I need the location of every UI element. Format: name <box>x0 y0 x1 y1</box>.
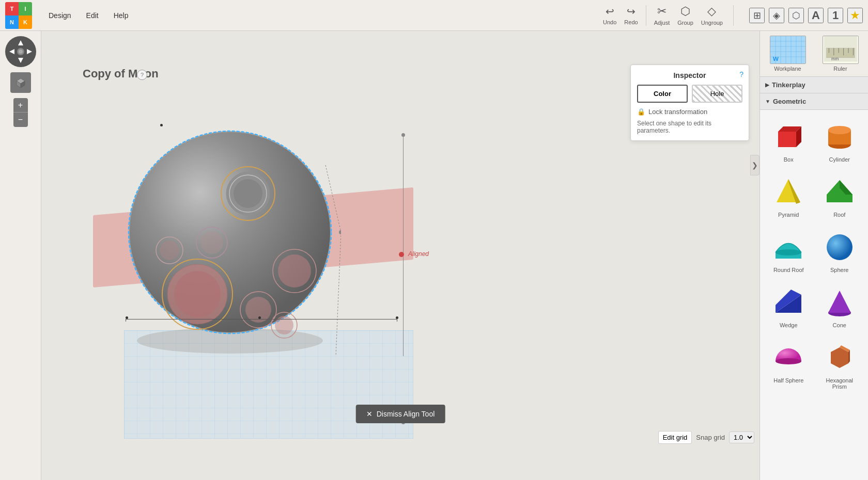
redo-button[interactable]: ↪ Redo <box>624 5 638 25</box>
help-button[interactable]: ? <box>137 70 147 80</box>
svg-marker-77 <box>828 291 851 313</box>
logo-cell-k: K <box>19 15 32 29</box>
nav-help[interactable]: Help <box>107 8 135 23</box>
shape-sphere[interactable]: Sphere <box>816 226 863 277</box>
shape-round-roof[interactable]: Round Roof <box>765 226 812 277</box>
logo[interactable]: T I N K <box>5 2 32 29</box>
cylinder-label: Cylinder <box>829 156 850 163</box>
svg-line-36 <box>336 232 341 356</box>
adjust-label: Adjust <box>654 20 670 26</box>
nav-edit[interactable]: Edit <box>80 8 105 23</box>
box-label: Box <box>784 156 794 163</box>
logo-cell-i: I <box>19 2 32 15</box>
align-label: Aligned <box>408 250 429 258</box>
shape-box[interactable]: Box <box>765 115 812 166</box>
canvas-area[interactable]: Copy of Moon ? <box>41 31 760 480</box>
hole-button[interactable]: Hole <box>692 85 742 103</box>
shape-roof[interactable]: Roof <box>816 170 863 221</box>
shape-hex-prism[interactable]: Hexagonal Prism <box>816 336 863 393</box>
round-roof-label: Round Roof <box>773 267 804 273</box>
grid-icon-btn[interactable]: ⊞ <box>749 8 765 23</box>
dismiss-x-icon: ✕ <box>366 410 373 418</box>
workplane-icon: w <box>770 36 806 64</box>
inspector-panel: ? Inspector Color Hole 🔒 Lock transforma… <box>630 65 749 141</box>
edit-grid-button[interactable]: Edit grid <box>658 431 692 444</box>
ruler-item[interactable]: mm Ruler <box>815 34 865 74</box>
ruler-label: Ruler <box>833 66 847 72</box>
undo-label: Undo <box>603 19 616 25</box>
bbox-handle-m[interactable] <box>258 316 261 319</box>
ungroup-label: Ungroup <box>701 20 723 26</box>
shape-wedge[interactable]: Wedge <box>765 281 812 332</box>
svg-point-78 <box>776 358 801 364</box>
tinkerplay-section[interactable]: ▶ Tinkerplay <box>760 77 868 93</box>
nav-design[interactable]: Design <box>42 8 78 23</box>
number-1-btn[interactable]: 1 <box>828 8 843 23</box>
color-button[interactable]: Color <box>637 85 688 103</box>
dismiss-label: Dismiss Align Tool <box>377 410 435 418</box>
svg-point-15 <box>129 132 331 333</box>
sphere-label: Sphere <box>830 267 848 273</box>
moon-object[interactable] <box>119 119 341 356</box>
svg-rect-59 <box>778 132 796 147</box>
lock-label: Lock transformation <box>648 108 707 116</box>
shape-pyramid[interactable]: Pyramid <box>765 170 812 221</box>
bbox-handle-top[interactable] <box>160 124 163 126</box>
shape-half-sphere[interactable]: Half Sphere <box>765 336 812 393</box>
redo-label: Redo <box>624 19 638 25</box>
nav-control[interactable] <box>5 36 36 67</box>
group-button[interactable]: ⬡ Group <box>677 5 693 26</box>
adjust-button[interactable]: ✂ Adjust <box>654 5 670 26</box>
letter-a-btn[interactable]: A <box>808 8 824 23</box>
zoom-in-button[interactable]: + <box>13 98 28 113</box>
geometric-section[interactable]: ▼ Geometric <box>760 93 868 110</box>
box3d-icon-btn[interactable]: ⬡ <box>788 8 804 23</box>
svg-rect-69 <box>827 195 853 202</box>
bbox-corner-r <box>397 319 397 322</box>
inspector-title: Inspector <box>637 71 742 79</box>
logo-cell-n: N <box>5 15 19 29</box>
ungroup-button[interactable]: ◇ Ungroup <box>701 5 723 26</box>
collapse-sidebar-button[interactable]: ❯ <box>750 155 760 175</box>
svg-point-31 <box>200 231 223 254</box>
axis-vertical <box>403 134 404 356</box>
snap-label: Snap grid <box>696 434 725 441</box>
pyramid-label: Pyramid <box>778 212 799 218</box>
svg-point-20 <box>234 179 262 208</box>
inspector-help[interactable]: ? <box>739 70 743 78</box>
shape-cylinder[interactable]: Cylinder <box>816 115 863 166</box>
lock-row: 🔒 Lock transformation <box>637 108 742 116</box>
left-panel: + − <box>0 31 41 480</box>
workplane-item[interactable]: w Workplane <box>763 34 813 74</box>
svg-point-23 <box>174 271 221 317</box>
panel-top-row: w Workplane <box>760 31 868 77</box>
hex-prism-label: Hexagonal Prism <box>820 377 860 390</box>
svg-point-37 <box>339 230 341 234</box>
axis-top-dot <box>401 133 405 137</box>
bbox-corner-l <box>126 319 126 322</box>
inspector-hint: Select one shape to edit its parameters. <box>637 120 742 134</box>
svg-rect-51 <box>826 48 855 58</box>
main-layout: + − Copy of Moon ? <box>0 31 868 480</box>
view-cube[interactable] <box>10 72 31 93</box>
svg-point-72 <box>827 234 853 260</box>
bbox-handle-r[interactable] <box>396 316 398 319</box>
bbox-handle-l[interactable] <box>126 316 128 319</box>
toolbar-right: ↩ Undo ↪ Redo ✂ Adjust ⬡ Group ◇ Ungroup… <box>603 5 863 26</box>
geometric-chevron: ▼ <box>765 99 770 104</box>
tinkerplay-chevron: ▶ <box>765 82 769 88</box>
dismiss-align-button[interactable]: ✕ Dismiss Align Tool <box>356 405 445 423</box>
star-btn[interactable]: ★ <box>847 8 863 23</box>
zoom-out-button[interactable]: − <box>13 113 28 127</box>
bbox-bottom <box>126 319 397 319</box>
svg-point-64 <box>828 126 851 134</box>
svg-point-6 <box>19 50 23 54</box>
half-sphere-label: Half Sphere <box>773 377 803 383</box>
shape-cone[interactable]: Cone <box>816 281 863 332</box>
logo-cell-t: T <box>5 2 19 15</box>
snap-select[interactable]: 1.0 0.1 0.5 2.0 5.0 <box>729 431 754 443</box>
workplane-label: Workplane <box>774 66 801 72</box>
undo-button[interactable]: ↩ Undo <box>603 5 616 25</box>
geometric-label: Geometric <box>773 98 806 105</box>
cube-icon-btn[interactable]: ◈ <box>769 8 784 23</box>
